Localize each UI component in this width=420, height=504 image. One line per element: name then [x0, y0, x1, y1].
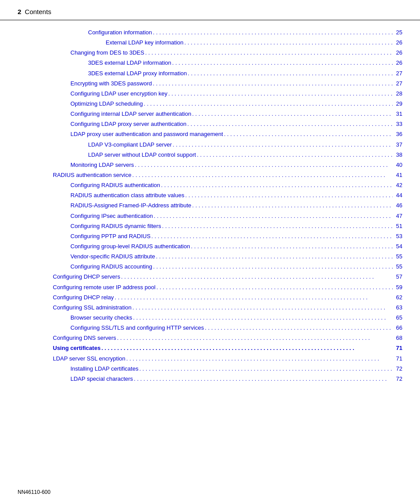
toc-link[interactable]: Configuring RADIUS authentication	[70, 181, 160, 190]
toc-dots: . . . . . . . . . . . . . . . . . . . . …	[121, 272, 393, 281]
toc-link[interactable]: Configuring PPTP and RADIUS	[70, 232, 151, 241]
toc-link[interactable]: Encrypting with 3DES password	[70, 79, 152, 88]
toc-page-number: 63	[394, 303, 402, 312]
toc-page-number: 33	[394, 120, 402, 129]
toc-item[interactable]: Configuring RADIUS authentication . . . …	[18, 181, 402, 190]
toc-item[interactable]: Configuring RADIUS dynamic filters . . .…	[18, 222, 402, 231]
toc-link[interactable]: LDAP server without LDAP control support	[88, 151, 196, 159]
toc-item[interactable]: Configuring DHCP servers . . . . . . . .…	[18, 272, 402, 281]
page: 2 Contents Configuration information . .…	[0, 0, 420, 504]
toc-item[interactable]: LDAP V3-compliant LDAP server . . . . . …	[18, 140, 402, 149]
toc-link[interactable]: Configuring DHCP relay	[53, 293, 114, 302]
toc-item[interactable]: Configuring IPsec authentication . . . .…	[18, 212, 402, 221]
toc-item[interactable]: Configuring SSL/TLS and configuring HTTP…	[18, 324, 402, 332]
toc-link[interactable]: Configuring SSL administration	[53, 303, 132, 312]
toc-dots: . . . . . . . . . . . . . . . . . . . . …	[126, 354, 393, 363]
toc-page-number: 26	[394, 48, 402, 57]
toc-page-number: 54	[394, 242, 402, 251]
toc-link[interactable]: Configuring DHCP servers	[53, 272, 120, 281]
toc-link[interactable]: Changing from DES to 3DES	[70, 48, 144, 57]
toc-item[interactable]: Configuring group-level RADIUS authentic…	[18, 242, 402, 251]
toc-dots: . . . . . . . . . . . . . . . . . . . . …	[117, 334, 393, 342]
toc-item[interactable]: Configuring PPTP and RADIUS . . . . . . …	[18, 232, 402, 241]
toc-item[interactable]: Configuration information . . . . . . . …	[18, 28, 402, 37]
toc-item[interactable]: LDAP special characters . . . . . . . . …	[18, 375, 402, 383]
toc-link[interactable]: RADIUS authentication class attribute va…	[70, 191, 184, 200]
toc-page-number: 38	[394, 151, 402, 159]
toc-item[interactable]: 3DES external LDAP proxy information . .…	[18, 69, 402, 78]
toc-link[interactable]: Browser security checks	[70, 313, 132, 322]
toc-item[interactable]: Using certificates . . . . . . . . . . .…	[18, 344, 402, 353]
toc-link[interactable]: RADIUS authentication service	[53, 171, 131, 180]
toc-link[interactable]: Using certificates	[53, 344, 100, 353]
toc-dots: . . . . . . . . . . . . . . . . . . . . …	[205, 324, 393, 332]
toc-page-number: 25	[394, 28, 402, 37]
toc-dots: . . . . . . . . . . . . . . . . . . . . …	[191, 242, 393, 251]
toc-item[interactable]: RADIUS authentication service . . . . . …	[18, 171, 402, 180]
toc-link[interactable]: Configuring DNS servers	[53, 334, 116, 342]
toc-item[interactable]: Encrypting with 3DES password . . . . . …	[18, 79, 402, 88]
toc-link[interactable]: 3DES external LDAP proxy information	[88, 69, 187, 78]
toc-link[interactable]: Configuring IPsec authentication	[70, 212, 153, 221]
toc-link[interactable]: Configuring internal LDAP server authent…	[70, 110, 191, 118]
toc-content: Configuration information . . . . . . . …	[0, 20, 420, 398]
toc-link[interactable]: Vendor-specific RADIUS attribute	[70, 252, 155, 261]
toc-dots: . . . . . . . . . . . . . . . . . . . . …	[101, 344, 393, 353]
toc-item[interactable]: RADIUS-Assigned Framed-IP-Address attrib…	[18, 201, 402, 210]
toc-page-number: 44	[394, 191, 402, 200]
toc-item[interactable]: Configuring LDAP user encryption key . .…	[18, 89, 402, 98]
toc-item[interactable]: Configuring SSL administration . . . . .…	[18, 303, 402, 312]
toc-link[interactable]: LDAP proxy user authentication and passw…	[70, 130, 223, 139]
toc-dots: . . . . . . . . . . . . . . . . . . . . …	[154, 212, 393, 221]
toc-link[interactable]: Configuration information	[88, 28, 152, 37]
chapter-title: Contents	[25, 8, 51, 15]
toc-item[interactable]: Changing from DES to 3DES . . . . . . . …	[18, 48, 402, 57]
toc-link[interactable]: LDAP server SSL encryption	[53, 354, 125, 363]
toc-link[interactable]: Configuring LDAP user encryption key	[70, 89, 167, 98]
toc-link[interactable]: Configuring RADIUS accounting	[70, 262, 152, 271]
toc-item[interactable]: Configuring DHCP relay . . . . . . . . .…	[18, 293, 402, 302]
toc-item[interactable]: Configuring DNS servers . . . . . . . . …	[18, 334, 402, 342]
toc-page-number: 55	[394, 252, 402, 261]
toc-item[interactable]: RADIUS authentication class attribute va…	[18, 191, 402, 200]
toc-item[interactable]: Browser security checks . . . . . . . . …	[18, 313, 402, 322]
toc-link[interactable]: Configuring remote user IP address pool	[53, 283, 155, 292]
toc-item[interactable]: Vendor-specific RADIUS attribute . . . .…	[18, 252, 402, 261]
toc-page-number: 68	[394, 334, 402, 342]
toc-page-number: 59	[394, 283, 402, 292]
toc-page-number: 41	[394, 171, 402, 180]
toc-page-number: 62	[394, 293, 402, 302]
toc-link[interactable]: External LDAP key information	[106, 38, 184, 47]
toc-link[interactable]: Configuring SSL/TLS and configuring HTTP…	[70, 324, 204, 332]
toc-item[interactable]: LDAP server without LDAP control support…	[18, 151, 402, 159]
toc-item[interactable]: Installing LDAP certificates . . . . . .…	[18, 364, 402, 373]
toc-page-number: 37	[394, 140, 402, 149]
toc-link[interactable]: LDAP special characters	[70, 375, 133, 383]
toc-link[interactable]: LDAP V3-compliant LDAP server	[88, 140, 172, 149]
toc-link[interactable]: Configuring RADIUS dynamic filters	[70, 222, 161, 231]
toc-link[interactable]: Monitoring LDAP servers	[70, 161, 134, 169]
toc-link[interactable]: RADIUS-Assigned Framed-IP-Address attrib…	[70, 201, 192, 210]
toc-link[interactable]: Optimizing LDAP scheduling	[70, 99, 143, 108]
toc-item[interactable]: Optimizing LDAP scheduling . . . . . . .…	[18, 99, 402, 108]
toc-item[interactable]: Configuring remote user IP address pool …	[18, 283, 402, 292]
toc-page-number: 46	[394, 201, 402, 210]
toc-item[interactable]: Configuring LDAP proxy server authentica…	[18, 120, 402, 129]
toc-item[interactable]: 3DES external LDAP information . . . . .…	[18, 59, 402, 67]
toc-item[interactable]: LDAP proxy user authentication and passw…	[18, 130, 402, 139]
toc-link[interactable]: Configuring group-level RADIUS authentic…	[70, 242, 190, 251]
toc-item[interactable]: Configuring internal LDAP server authent…	[18, 110, 402, 118]
toc-item[interactable]: Configuring RADIUS accounting . . . . . …	[18, 262, 402, 271]
toc-dots: . . . . . . . . . . . . . . . . . . . . …	[135, 161, 393, 169]
toc-dots: . . . . . . . . . . . . . . . . . . . . …	[184, 38, 393, 47]
toc-link[interactable]: Configuring LDAP proxy server authentica…	[70, 120, 187, 129]
toc-link[interactable]: 3DES external LDAP information	[88, 59, 171, 67]
toc-item[interactable]: External LDAP key information . . . . . …	[18, 38, 402, 47]
toc-page-number: 26	[394, 38, 402, 47]
toc-item[interactable]: LDAP server SSL encryption . . . . . . .…	[18, 354, 402, 363]
toc-dots: . . . . . . . . . . . . . . . . . . . . …	[151, 232, 393, 241]
toc-link[interactable]: Installing LDAP certificates	[70, 364, 138, 373]
toc-dots: . . . . . . . . . . . . . . . . . . . . …	[156, 252, 393, 261]
toc-item[interactable]: Monitoring LDAP servers . . . . . . . . …	[18, 161, 402, 169]
toc-page-number: 36	[394, 130, 402, 139]
